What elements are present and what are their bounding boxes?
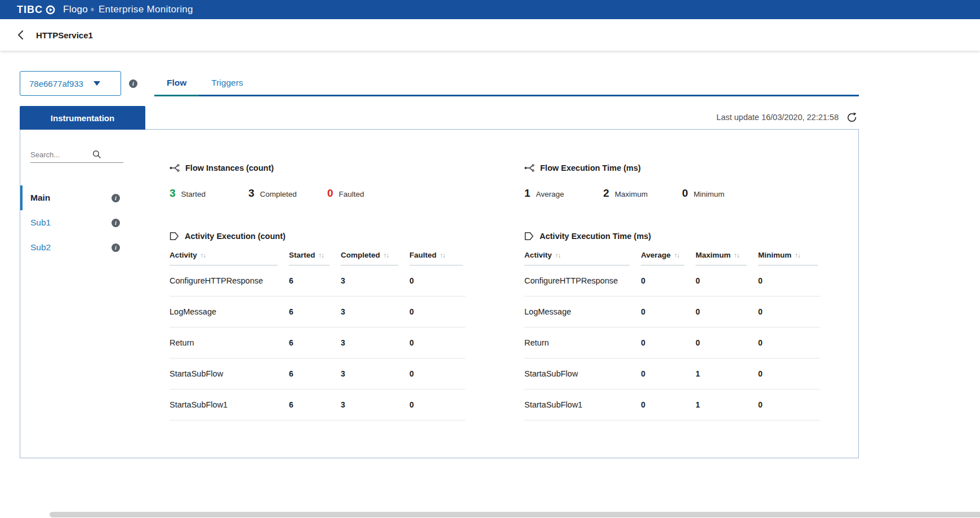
- flow-instances-title: Flow Instances (count): [170, 163, 524, 172]
- table-row: StartaSubFlow010: [524, 358, 820, 389]
- column-header-label: Activity: [170, 251, 197, 259]
- metric-label: Started: [181, 190, 206, 198]
- tab-flow-label: Flow: [167, 78, 186, 88]
- last-update: Last update 16/03/2020, 22:21:58: [716, 111, 859, 129]
- metric-label: Completed: [260, 190, 297, 198]
- tab-instrumentation[interactable]: Instrumentation: [20, 106, 145, 130]
- metric-value: 3: [170, 187, 176, 200]
- flow-execution-time-metrics: 1 Average 2 Maximum 0 Minimum: [524, 187, 858, 201]
- page: TIBC Flogo ® Enterprise Monitoring HTTPS…: [0, 0, 980, 518]
- sidebar-item-label: Main: [30, 193, 50, 203]
- sidebar-item-sub2[interactable]: Sub2 i: [20, 235, 147, 260]
- activity-tag-icon: [170, 232, 179, 241]
- tab-flow[interactable]: Flow: [154, 70, 199, 96]
- table-cell: 0: [409, 296, 465, 327]
- chevron-down-icon: [93, 81, 100, 86]
- back-button[interactable]: [14, 27, 29, 43]
- toolbar-row: 78e6677af933 i Flow Triggers: [20, 70, 859, 96]
- column-header-label: Minimum: [758, 251, 791, 259]
- table-row: ConfigureHTTPResponse630: [170, 265, 465, 296]
- metric-label: Minimum: [694, 190, 725, 198]
- table-row: StartaSubFlow1010: [524, 389, 820, 420]
- sidebar-item-label: Sub1: [30, 218, 51, 228]
- metric-value: 0: [682, 187, 688, 200]
- sidebar-item-main[interactable]: Main i: [20, 185, 147, 210]
- metric-value: 1: [524, 187, 531, 200]
- info-icon[interactable]: i: [112, 194, 120, 202]
- sort-icon: ↑↓: [201, 252, 206, 259]
- table-cell: StartaSubFlow: [170, 358, 289, 389]
- table-cell: 6: [289, 358, 341, 389]
- sort-icon: ↑↓: [384, 252, 389, 259]
- column-header-completed[interactable]: Completed↑↓: [341, 251, 409, 265]
- column-header-label: Started: [289, 251, 315, 259]
- table-cell: 3: [341, 327, 409, 358]
- horizontal-scrollbar[interactable]: [50, 512, 980, 517]
- table-cell: Return: [170, 327, 289, 358]
- instance-dropdown[interactable]: 78e6677af933: [20, 71, 121, 96]
- table-cell: Return: [524, 327, 641, 358]
- table-cell: 0: [758, 327, 820, 358]
- activity-execution-count-title: Activity Execution (count): [170, 232, 524, 241]
- table-cell: ConfigureHTTPResponse: [524, 265, 641, 296]
- sort-icon: ↑↓: [674, 252, 680, 259]
- flow-list: Main i Sub1 i Sub2 i: [20, 185, 147, 260]
- table-cell: 1: [696, 358, 758, 389]
- table-cell: 0: [641, 389, 696, 420]
- metric-label: Faulted: [339, 190, 364, 198]
- refresh-icon: [846, 112, 858, 123]
- sort-icon: ↑↓: [440, 252, 446, 259]
- table-cell: 0: [696, 296, 758, 327]
- flow-execution-time-title: Flow Execution Time (ms): [524, 163, 858, 172]
- metric-value: 2: [603, 187, 609, 200]
- instance-info-icon[interactable]: i: [129, 79, 137, 88]
- last-update-text: Last update 16/03/2020, 22:21:58: [716, 113, 839, 122]
- metric-average: 1 Average: [524, 187, 578, 200]
- search-input[interactable]: [30, 150, 89, 159]
- sort-icon: ↑↓: [555, 252, 561, 259]
- column-header-label: Maximum: [696, 251, 730, 259]
- instrumentation-row: Instrumentation Last update 16/03/2020, …: [20, 105, 859, 129]
- column-header-minimum[interactable]: Minimum↑↓: [758, 251, 820, 265]
- table-cell: 0: [758, 296, 820, 327]
- table-row: StartaSubFlow1630: [170, 389, 465, 420]
- info-icon[interactable]: i: [112, 243, 120, 252]
- activity-execution-time-section: Activity Execution Time (ms) Activity↑↓A…: [524, 232, 858, 420]
- table-cell: 0: [409, 265, 465, 296]
- table-row: StartaSubFlow630: [170, 358, 465, 389]
- table-row: LogMessage630: [170, 296, 465, 327]
- refresh-button[interactable]: [845, 111, 858, 123]
- sidebar-item-sub1[interactable]: Sub1 i: [20, 210, 147, 235]
- brand-tibco-text: TIBC: [17, 4, 43, 16]
- table-cell: 1: [696, 389, 758, 420]
- instrumentation-panel: Main i Sub1 i Sub2 i: [20, 129, 859, 458]
- activity-execution-count-section: Activity Execution (count) Activity↑↓Sta…: [170, 232, 524, 420]
- info-icon[interactable]: i: [112, 219, 120, 227]
- tab-bar: Flow Triggers: [154, 70, 859, 96]
- table-cell: LogMessage: [524, 296, 641, 327]
- table-cell: 0: [641, 265, 696, 296]
- table-cell: ConfigureHTTPResponse: [170, 265, 289, 296]
- table-cell: 6: [289, 327, 341, 358]
- flow-instances-metrics: 3 Started 3 Completed 0 Faulted: [170, 187, 524, 201]
- column-header-started[interactable]: Started↑↓: [289, 251, 341, 265]
- metric-label: Maximum: [615, 190, 648, 198]
- column-header-faulted[interactable]: Faulted↑↓: [409, 251, 465, 265]
- table-cell: 0: [409, 389, 465, 420]
- activity-tag-icon: [524, 232, 534, 241]
- table-cell: StartaSubFlow: [524, 358, 641, 389]
- table-cell: StartaSubFlow1: [524, 389, 641, 420]
- sort-icon: ↑↓: [795, 252, 800, 259]
- column-header-activity[interactable]: Activity↑↓: [524, 251, 641, 265]
- sort-icon: ↑↓: [319, 252, 324, 259]
- metric-started: 3 Started: [170, 187, 224, 200]
- column-header-label: Faulted: [409, 251, 436, 259]
- tab-triggers[interactable]: Triggers: [199, 70, 255, 95]
- column-header-maximum[interactable]: Maximum↑↓: [696, 251, 758, 265]
- column-header-activity[interactable]: Activity↑↓: [170, 251, 289, 265]
- table-cell: 3: [341, 265, 409, 296]
- chevron-left-icon: [16, 29, 27, 41]
- column-header-average[interactable]: Average↑↓: [641, 251, 696, 265]
- metric-value: 0: [327, 187, 333, 200]
- tab-triggers-label: Triggers: [211, 78, 243, 88]
